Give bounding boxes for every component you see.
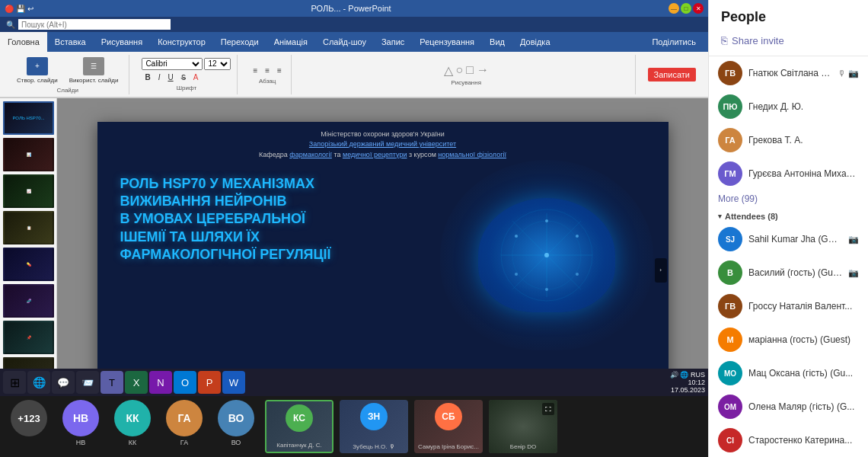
tab-animations[interactable]: Анімація [266, 32, 315, 52]
window-controls[interactable]: — □ ✕ [669, 3, 704, 14]
attendees-section[interactable]: ▾ Attendees (8) [709, 207, 868, 222]
avatar-hureieva: ГМ [718, 161, 742, 186]
minimize-button[interactable]: — [669, 3, 679, 14]
share-indicator[interactable]: › [655, 258, 667, 283]
new-slide-button[interactable]: + Створ. слайди [12, 56, 62, 85]
avatar-vo: ВО [218, 400, 254, 436]
video-kapitanchuk[interactable]: КС Капітанчук Д. С. [265, 400, 333, 453]
record-button[interactable]: Записати [648, 68, 696, 81]
person-item-grekova[interactable]: ГА Грекова Т. А. [709, 123, 868, 157]
taskbar: ⊞ 🌐 💬 📨 T X N O P W 🔊 🌐 RUS 10:12 17.05.… [0, 369, 708, 396]
attendees-label: Attendees (8) [725, 212, 778, 221]
taskbar-chat[interactable]: 💬 [52, 371, 75, 394]
group-font-label: Шрифт [177, 85, 196, 91]
taskbar-teams[interactable]: T [101, 371, 123, 394]
video-zubets[interactable]: ЗН Зубець Н.О. 🎙 [340, 400, 408, 453]
slide-thumb-3[interactable]: 📈 [3, 174, 54, 208]
taskbar-excel[interactable]: X [125, 371, 148, 394]
person-item-hnatyuk[interactable]: ГВ Гнатюк Світлана Валеріївна 🎙 📷 [709, 56, 868, 90]
strikethrough-button[interactable]: S̶ [178, 72, 189, 83]
person-item-grossu[interactable]: ГВ Гроссу Наталія Валент... [709, 289, 868, 323]
font-size-select[interactable]: 12 [204, 58, 231, 70]
avatar-mats: МО [718, 361, 742, 385]
align-center-button[interactable]: ≡ [262, 65, 273, 76]
slide-header: Міністерство охорони здоров'я України За… [97, 129, 669, 161]
icons-hnatyuk: 🎙 📷 [838, 69, 859, 78]
person-item-hureieva[interactable]: ГМ Гурєєва Антоніна Михайліів... [709, 157, 868, 190]
bold-button[interactable]: B [142, 72, 153, 83]
group-drawing-label: Рисування [451, 79, 481, 86]
slide-thumb-6[interactable]: 🧬 [3, 284, 54, 318]
ppt-window: 🔴 💾 ↩ РОЛЬ... - PowerPoint — □ ✕ 🔍 Голов… [0, 0, 708, 457]
person-item-starostenko[interactable]: СІ Старостенко Катерина... [709, 423, 868, 457]
taskbar-mail[interactable]: 📨 [76, 371, 99, 394]
svg-point-11 [545, 219, 548, 222]
avatar-nv: НВ [62, 400, 99, 436]
tab-slideshow[interactable]: Слайд-шоу [315, 32, 374, 52]
taskbar-powerpoint[interactable]: P [198, 371, 221, 394]
svg-point-6 [544, 253, 549, 257]
more-link[interactable]: More (99) [709, 190, 868, 207]
italic-button[interactable]: I [155, 72, 164, 83]
participant-kk[interactable]: КК КК [110, 400, 155, 453]
taskbar-word[interactable]: W [222, 371, 245, 394]
tab-help[interactable]: Довідка [512, 32, 558, 52]
font-family-select[interactable]: Calibri [142, 58, 203, 70]
taskbar-start[interactable]: ⊞ [3, 371, 26, 394]
person-item-vasyliy[interactable]: В Василий (гость) (Guest) 📷 [709, 256, 868, 289]
taskbar-onenote[interactable]: N [149, 371, 172, 394]
avatar-grekova: ГА [718, 128, 742, 152]
maximize-button[interactable]: □ [681, 3, 691, 14]
ribbon-group-drawing: △ ○ □ → Рисування [298, 55, 636, 94]
slide-thumb-4[interactable]: 📋 [3, 211, 54, 244]
align-left-button[interactable]: ≡ [250, 65, 260, 76]
video-samura[interactable]: СБ Самура Іріна Борис... [414, 400, 483, 453]
taskbar-browser[interactable]: 🌐 [27, 371, 50, 394]
underline-button[interactable]: U [164, 72, 176, 83]
tab-design[interactable]: Конструктор [150, 32, 213, 52]
ribbon: Головна Вставка Рисування Конструктор Пе… [0, 32, 708, 98]
person-item-hnedykh[interactable]: ПЮ Гнедих Д. Ю. [709, 90, 868, 123]
tab-transitions[interactable]: Переходи [213, 32, 266, 52]
taskbar-outlook[interactable]: O [174, 371, 196, 394]
person-item-olena[interactable]: ОМ Олена Маляр (гість) (G... [709, 390, 868, 423]
participant-plus[interactable]: +123 [6, 400, 52, 453]
font-color-button[interactable]: A [190, 72, 202, 83]
brain-visual [440, 160, 653, 350]
slide-thumb-1[interactable]: РОЛЬ HSP70... [3, 101, 54, 135]
tab-home[interactable]: Головна [0, 32, 47, 52]
tab-record[interactable]: Запис [374, 32, 412, 52]
close-button[interactable]: ✕ [693, 3, 704, 14]
share-invite-button[interactable]: ⎘ Share invite [721, 31, 784, 50]
tab-draw[interactable]: Рисування [94, 32, 150, 52]
tab-insert[interactable]: Вставка [47, 32, 94, 52]
cam-icon-sahil: 📷 [848, 235, 859, 244]
participant-ga[interactable]: ГА ГА [161, 400, 207, 453]
slide-thumb-7[interactable]: 📌 [3, 321, 54, 354]
person-item-marianna[interactable]: М маріанна (гость) (Guest) [709, 323, 868, 356]
avatar-ga: ГА [166, 400, 203, 436]
align-right-button[interactable]: ≡ [274, 65, 285, 76]
cam-icon: 📷 [848, 69, 859, 78]
video-benir[interactable]: ⛶ Бенір DO [489, 400, 557, 453]
participant-nv[interactable]: НВ НВ [58, 400, 104, 453]
group-slides-label: Слайди [56, 87, 78, 94]
share-icon: ⎘ [721, 34, 727, 46]
name-mats: Мац Оксана (гість) (Gu... [748, 368, 859, 379]
search-input[interactable] [18, 19, 171, 30]
name-hnatyuk: Гнатюк Світлана Валеріївна [748, 68, 831, 78]
people-panel: People ⎘ Share invite ГВ Гнатюк Світлана… [708, 0, 868, 457]
mic-icon: 🎙 [838, 69, 846, 78]
slide-thumb-5[interactable]: 💊 [3, 248, 54, 281]
ribbon-group-font: Calibri 12 B I U S̶ A Шрифт [136, 55, 238, 94]
tab-review[interactable]: Рецензування [412, 32, 482, 52]
person-item-sahil[interactable]: SJ Sahil Kumar Jha (Guest) 📷 [709, 222, 868, 256]
participant-vo[interactable]: ВО ВО [213, 400, 259, 453]
tab-view[interactable]: Вид [482, 32, 512, 52]
slide-thumb-2[interactable]: 📊 [3, 138, 54, 171]
share-button[interactable]: Поділитись [643, 34, 705, 50]
use-slides-button[interactable]: ☰ Використ. слайди [65, 56, 123, 85]
person-item-mats[interactable]: МО Мац Оксана (гість) (Gu... [709, 356, 868, 390]
participants-bar: +123 НВ НВ КК КК ГА ГА ВО ВО КС [0, 396, 708, 457]
avatar-kk: КК [114, 400, 151, 436]
